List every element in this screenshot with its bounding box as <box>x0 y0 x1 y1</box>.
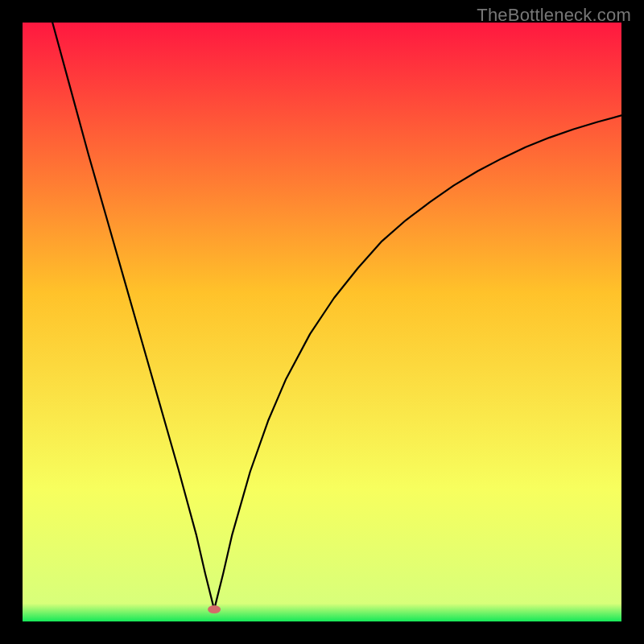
plot-svg <box>23 23 621 621</box>
chart-frame: TheBottleneck.com <box>0 0 644 644</box>
curve-min-marker <box>208 605 221 613</box>
plot-area <box>23 23 621 621</box>
watermark-text: TheBottleneck.com <box>477 5 631 26</box>
gradient-background <box>23 23 621 621</box>
